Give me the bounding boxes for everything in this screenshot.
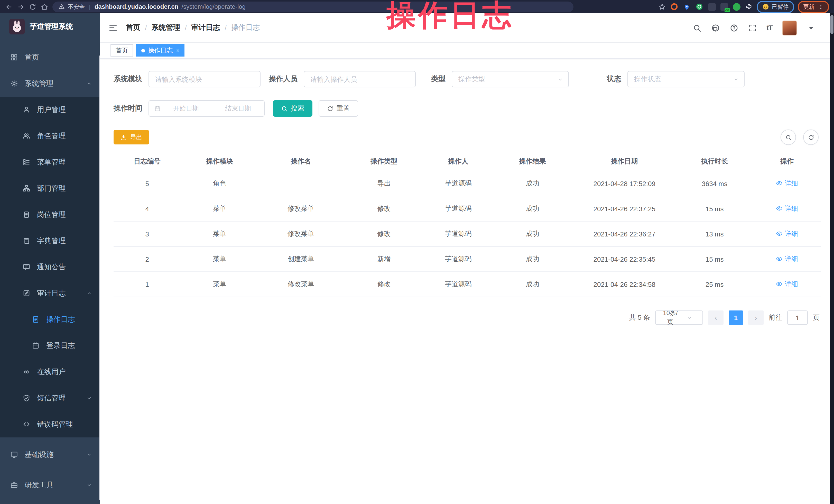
font-size-button[interactable]: tT (767, 24, 772, 32)
prev-page-button[interactable]: ‹ (708, 310, 724, 325)
sidebar-collapse-icon[interactable] (108, 23, 118, 32)
sidebar-item-role-management[interactable]: 角色管理 (0, 123, 100, 149)
col-date: 操作日期 (573, 152, 676, 171)
extension-tray: on (670, 3, 753, 11)
not-secure-warning-icon (59, 4, 65, 10)
browser-forward-icon[interactable] (17, 3, 25, 10)
extension-pin-icon[interactable] (683, 3, 690, 10)
chevron-down-icon (86, 482, 92, 488)
search-button[interactable]: 搜索 (273, 100, 312, 117)
module-input[interactable] (149, 71, 261, 87)
sidebar-item-online-users[interactable]: 在线用户 (0, 359, 100, 385)
sidebar-item-home[interactable]: 首页 (0, 44, 100, 70)
extension-orange-ring-icon[interactable] (670, 3, 678, 11)
filter-type: 类型 操作类型 (431, 71, 569, 87)
app-logo-row[interactable]: 芋道管理系统 (0, 13, 100, 40)
github-icon[interactable] (711, 23, 720, 32)
extension-on-badge: on (724, 8, 730, 12)
detail-link[interactable]: 详细 (776, 280, 798, 289)
current-page[interactable]: 1 (729, 310, 743, 325)
bookmark-star-icon[interactable] (658, 3, 666, 10)
detail-link[interactable]: 详细 (776, 179, 798, 188)
breadcrumb-separator: / (225, 24, 227, 31)
reset-button[interactable]: 重置 (319, 100, 358, 117)
user-avatar[interactable] (782, 20, 797, 35)
sidebar-item-login-log[interactable]: 登录日志 (0, 333, 100, 359)
sidebar-item-announcement[interactable]: 通知公告 (0, 254, 100, 280)
browser-home-icon[interactable] (41, 3, 48, 10)
browser-reload-icon[interactable] (29, 3, 37, 10)
filter-time: 操作时间 开始日期 - 结束日期 (114, 100, 265, 117)
chevron-up-icon (86, 81, 92, 86)
table-row: 1 菜单 修改菜单 修改 芋道源码 成功 2021-04-26 22:34:58… (114, 272, 821, 297)
url-host: dashboard.yudao.iocoder.cn (94, 3, 179, 10)
search-icon[interactable] (693, 23, 701, 32)
sidebar-item-system-management[interactable]: 系统管理 (0, 70, 100, 96)
detail-link[interactable]: 详细 (776, 229, 798, 239)
chevron-up-icon (86, 290, 92, 296)
tags-view-bar: 首页 操作日志 × (100, 43, 834, 59)
app-window: 芋道管理系统 首页 系统管理 用户管理 角色管理 (0, 13, 834, 504)
page-scrollbar[interactable] (830, 13, 834, 504)
status-select[interactable]: 操作状态 (628, 71, 745, 87)
download-icon (120, 134, 127, 140)
browser-back-icon[interactable] (5, 3, 13, 10)
address-separator: | (89, 4, 90, 10)
export-button[interactable]: 导出 (114, 130, 149, 145)
refresh-table-button[interactable] (803, 130, 818, 145)
sidebar-item-menu-management[interactable]: 菜单管理 (0, 149, 100, 175)
browser-menu-icon[interactable] (818, 4, 824, 9)
fullscreen-icon[interactable] (748, 23, 757, 32)
sidebar-item-sms-management[interactable]: 短信管理 (0, 385, 100, 411)
date-range-picker[interactable]: 开始日期 - 结束日期 (149, 100, 265, 117)
browser-update-button[interactable]: 更新 (798, 1, 829, 13)
sidebar-item-dict-management[interactable]: 字典管理 (0, 228, 100, 254)
sidebar-item-dept-management[interactable]: 部门管理 (0, 175, 100, 201)
extension-green-y-icon[interactable] (695, 3, 703, 11)
sidebar-item-devtools[interactable]: 研发工具 (0, 472, 100, 498)
search-icon (281, 105, 288, 112)
breadcrumb-audit-log[interactable]: 审计日志 (192, 23, 220, 32)
scrollbar-thumb[interactable] (830, 15, 833, 34)
caret-down-icon[interactable] (807, 23, 815, 32)
table-row: 5 角色 导出 芋道源码 成功 2021-04-28 17:52:09 3634… (114, 171, 821, 196)
breadcrumb-home[interactable]: 首页 (126, 23, 140, 32)
sidebar-item-user-management[interactable]: 用户管理 (0, 96, 100, 123)
next-page-button[interactable]: › (748, 310, 764, 325)
sidebar-item-post-management[interactable]: 岗位管理 (0, 201, 100, 228)
pagination: 共 5 条 10条/页 ‹ 1 › 前往 页 (114, 310, 821, 325)
refresh-icon (808, 134, 814, 140)
extensions-puzzle-icon[interactable] (745, 3, 753, 10)
app-title: 芋道管理系统 (30, 22, 73, 31)
extension-dark-icon[interactable] (708, 3, 716, 10)
range-separator: - (211, 105, 213, 112)
active-tab-dot (141, 49, 145, 52)
close-icon[interactable]: × (176, 47, 180, 53)
help-icon[interactable] (730, 23, 739, 32)
sidebar-item-error-code[interactable]: 错误码管理 (0, 411, 100, 437)
paused-extension-pill[interactable]: 已暂停 (757, 1, 794, 13)
tab-home[interactable]: 首页 (110, 44, 133, 57)
operator-input[interactable] (304, 71, 416, 87)
toggle-search-button[interactable] (781, 130, 796, 145)
goto-label: 前往 (769, 313, 782, 322)
breadcrumb-system[interactable]: 系统管理 (151, 23, 180, 32)
sidebar-item-audit-log[interactable]: 审计日志 (0, 280, 100, 306)
page-size-select[interactable]: 10条/页 (655, 310, 703, 325)
sidebar-item-operate-log[interactable]: 操作日志 (0, 306, 100, 333)
url-path: /system/log/operate-log (181, 3, 245, 10)
sidebar-scrollbar[interactable] (98, 56, 100, 500)
detail-link[interactable]: 详细 (776, 204, 798, 213)
detail-link[interactable]: 详细 (776, 255, 798, 264)
extension-proxy-icon[interactable]: on (720, 3, 728, 10)
security-label: 不安全 (68, 3, 85, 10)
extension-green-icon[interactable] (733, 3, 741, 10)
tab-operate-log[interactable]: 操作日志 × (136, 44, 185, 57)
table-row: 4 菜单 修改菜单 修改 芋道源码 成功 2021-04-26 22:37:25… (114, 196, 821, 221)
table-row: 2 菜单 创建菜单 新增 芋道源码 成功 2021-04-26 22:35:45… (114, 246, 821, 272)
goto-page-input[interactable] (787, 310, 808, 325)
sidebar-item-infrastructure[interactable]: 基础设施 (0, 441, 100, 468)
type-select[interactable]: 操作类型 (452, 71, 569, 87)
chevron-down-icon (86, 452, 92, 458)
table-header-row: 日志编号 操作模块 操作名 操作类型 操作人 操作结果 操作日期 执行时长 操作 (114, 152, 821, 171)
